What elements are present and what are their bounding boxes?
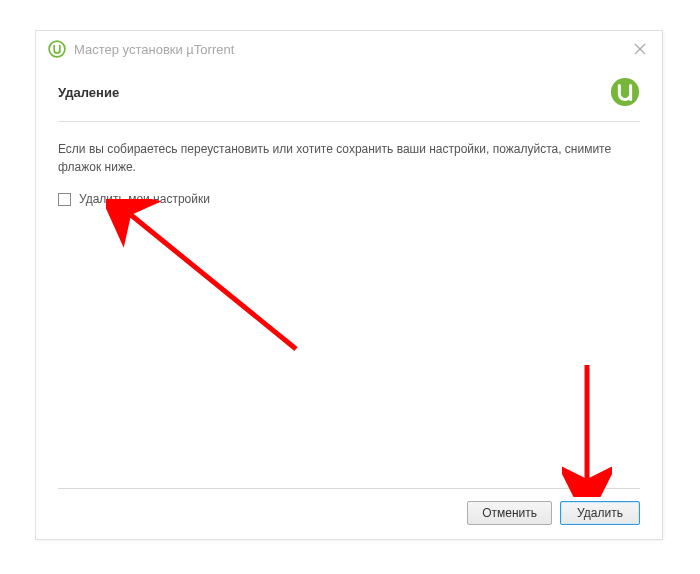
svg-point-3: [611, 78, 639, 106]
dialog-footer: Отменить Удалить: [58, 488, 640, 539]
utorrent-logo-icon: [610, 77, 640, 107]
dialog-header: Удаление: [36, 67, 662, 121]
delete-settings-label[interactable]: Удалить мои настройки: [79, 192, 210, 206]
delete-settings-row[interactable]: Удалить мои настройки: [58, 192, 640, 206]
page-title: Удаление: [58, 85, 119, 100]
cancel-button[interactable]: Отменить: [467, 501, 552, 525]
window-title: Мастер установки µTorrent: [74, 42, 630, 57]
delete-button[interactable]: Удалить: [560, 501, 640, 525]
installer-dialog: Мастер установки µTorrent Удаление Если …: [35, 30, 663, 540]
utorrent-logo-icon: [48, 40, 66, 58]
titlebar: Мастер установки µTorrent: [36, 31, 662, 67]
dialog-content: Если вы собираетесь переустановить или х…: [36, 122, 662, 488]
close-icon: [634, 43, 646, 55]
svg-point-0: [49, 41, 65, 57]
close-button[interactable]: [630, 39, 650, 59]
description-text: Если вы собираетесь переустановить или х…: [58, 140, 640, 176]
delete-settings-checkbox[interactable]: [58, 193, 71, 206]
